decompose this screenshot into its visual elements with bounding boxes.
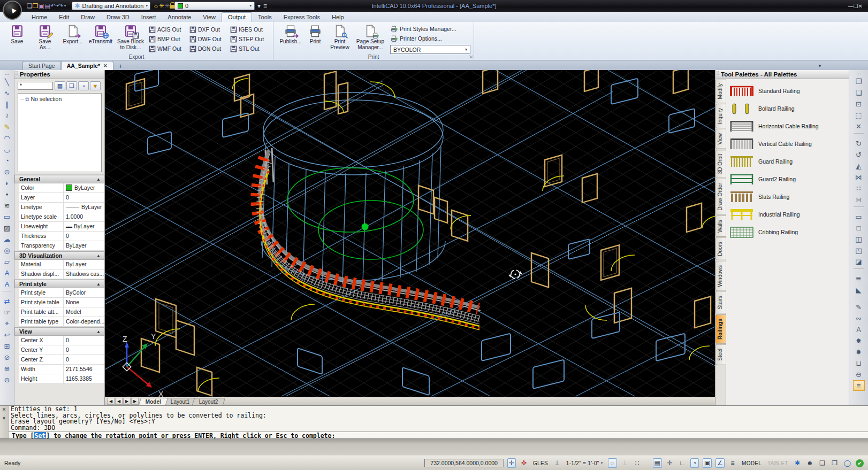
print-preview-button[interactable]: Print Preview <box>326 24 354 51</box>
status-ok-icon[interactable]: ✔ <box>856 459 864 467</box>
next-tab-icon[interactable]: ▶ <box>123 398 131 405</box>
palette-tab[interactable]: Steel <box>715 344 726 365</box>
union-icon[interactable]: ⊔ <box>853 358 865 368</box>
palette-tab[interactable]: Doors <box>715 237 726 260</box>
mtext-icon[interactable]: A <box>1 267 13 278</box>
filter-icon[interactable]: ▼ <box>90 81 101 90</box>
slice-icon[interactable]: ◪ <box>853 256 865 267</box>
ribbon-tab[interactable]: Express Tools <box>278 13 326 22</box>
annotation-scale-label[interactable]: 1-1/2" = 1'-0" <box>565 458 604 468</box>
section-header[interactable]: 3D Visualization▲ <box>14 251 104 260</box>
properties-panel-icon[interactable]: ≡ <box>853 380 865 391</box>
add-to-selection-icon[interactable]: ❏ <box>66 81 77 90</box>
tool-slats-railing[interactable]: Slats Railing <box>729 190 846 203</box>
undo-icon[interactable]: ↶ <box>50 2 58 10</box>
palette-tab[interactable]: Walls <box>715 215 726 237</box>
layer-dropdown[interactable]: 0 ▾ <box>174 2 255 10</box>
ortho-icon[interactable]: ∟ <box>678 458 687 468</box>
mirror-3d-icon[interactable]: ⋈ <box>853 172 865 182</box>
tab-overflow-icon[interactable]: ▼ <box>818 64 822 70</box>
palette-tab[interactable]: Stairs <box>715 291 726 314</box>
first-tab-icon[interactable]: ◀ <box>107 398 115 405</box>
properties-panel-header[interactable]: Properties <box>14 70 104 79</box>
edit-spline-icon[interactable]: ∾ <box>853 313 865 323</box>
ribbon-tab[interactable]: Help <box>326 13 350 22</box>
polar-tracking-icon[interactable]: ◔ <box>690 458 699 468</box>
helix-icon[interactable]: ≋ <box>1 200 13 211</box>
palette-tab[interactable]: Modify <box>715 79 726 103</box>
array-icon[interactable]: ∷ <box>853 183 865 194</box>
command-history[interactable]: Entities in set: 1 Select lines, arcs, c… <box>9 406 868 432</box>
edit-polyline-icon[interactable]: ✎ <box>853 302 865 312</box>
snap-point-icon[interactable]: ✜ <box>520 458 528 468</box>
ucs-icon[interactable]: ⊥ <box>553 458 561 468</box>
palette-tab[interactable]: Inquiry <box>715 104 726 128</box>
arc-3point-icon[interactable]: ◡ <box>1 144 13 155</box>
save-as-file-icon[interactable]: ▤ <box>44 2 50 10</box>
ribbon-tab[interactable]: Insert <box>135 13 162 22</box>
separator[interactable] <box>2 291 12 294</box>
layout-tab[interactable]: Layout2 <box>192 398 225 405</box>
section-header[interactable]: View▲ <box>14 327 104 336</box>
spline-icon[interactable]: ≀ <box>1 110 13 121</box>
polyline-icon[interactable]: ∿ <box>1 88 13 98</box>
tool-cribbing-railing[interactable]: Cribbing Railing <box>729 226 846 238</box>
export-button[interactable]: Export... <box>59 24 87 45</box>
drawing-viewport[interactable]: Z Y X ◀ ◀ ▶ ▶ Model <box>105 70 715 405</box>
export-format-button[interactable]: DGN Out <box>189 44 228 53</box>
lightbulb-icon[interactable]: ☼ <box>153 2 159 10</box>
brightness-icon[interactable]: ✳ <box>159 2 164 10</box>
grid-icon[interactable]: ▦ <box>653 458 662 468</box>
cascade-windows-icon[interactable]: ❐ <box>831 458 839 468</box>
tab-start-page[interactable]: Start Page <box>22 61 61 70</box>
regen-icon[interactable]: ⇄ <box>1 296 13 306</box>
tool-industrial-railing[interactable]: Industrial Railing <box>729 208 846 221</box>
explode-attributes-icon[interactable]: ✹ <box>853 346 865 357</box>
zoom-dynamic-icon[interactable]: ⊘ <box>1 352 13 363</box>
restore-icon[interactable]: ❐ <box>854 3 858 9</box>
save-block-to-disk-button[interactable]: Save Block to Disk... <box>115 24 147 51</box>
select-window-icon[interactable]: ⬚ <box>853 110 865 120</box>
copy-nested-icon[interactable]: ❏ <box>853 87 865 98</box>
export-format-button[interactable]: WMF Out <box>149 44 187 53</box>
coordinates-display[interactable]: 732.0000,564.0000,0.0000 <box>424 459 504 467</box>
graphics-device-label[interactable]: GLES <box>532 458 549 468</box>
tool-horizontal-cable-railing[interactable]: Horizontal Cable Railing <box>729 120 846 133</box>
zoom-window-icon[interactable]: ⊞ <box>1 341 13 351</box>
zoom-realtime-icon[interactable]: ⌖ <box>1 318 13 329</box>
etransmit-button[interactable]: eTransmit <box>87 24 115 45</box>
freeze-icon[interactable]: ✳ <box>164 2 170 10</box>
point-icon[interactable]: ▪ <box>1 189 13 199</box>
command-window[interactable]: ✕ ▾ Entities in set: 1 Select lines, arc… <box>0 405 868 438</box>
expand-history-icon[interactable]: ▾ <box>3 415 5 421</box>
tool-guard2-railing[interactable]: Guard2 Railing <box>729 173 846 186</box>
export-format-button[interactable]: ACIS Out <box>149 25 187 34</box>
ribbon-options-icon[interactable]: ≡ <box>263 2 267 10</box>
ribbon-tab[interactable]: Tools <box>252 13 278 22</box>
sketch-icon[interactable]: ✎ <box>1 121 13 132</box>
new-tab-button[interactable]: + <box>117 63 125 70</box>
close-icon[interactable]: ✕ <box>858 3 863 9</box>
ribbon-tab[interactable]: Edit <box>53 13 75 22</box>
palette-tab[interactable]: View <box>715 129 726 149</box>
monitor-icon[interactable]: ❏ <box>818 458 827 468</box>
palette-tab[interactable]: Windows <box>715 261 726 291</box>
open-file-icon[interactable]: ❒ <box>33 2 39 10</box>
print-styles-manager-button[interactable]: Print Styles Manager... <box>390 25 470 33</box>
annotation-visibility-icon[interactable]: ☼ <box>608 458 617 468</box>
select-history-icon[interactable]: ◔ <box>78 81 89 90</box>
separator[interactable] <box>854 297 864 300</box>
region-icon[interactable]: ▱ <box>1 256 13 267</box>
erase-icon[interactable]: ✕ <box>853 121 865 132</box>
zoom-previous-icon[interactable]: ↩ <box>1 329 13 340</box>
palette-tab[interactable]: Draw Order <box>715 179 726 215</box>
dialog-launcher-icon[interactable]: ⇲ <box>469 55 473 59</box>
model-space-label[interactable]: MODEL <box>741 458 763 468</box>
page-setup-manager-button[interactable]: Page Setup Manager... <box>354 24 387 51</box>
circle-icon[interactable]: ◔ <box>1 155 13 166</box>
measure-icon[interactable]: ≣ <box>853 273 865 284</box>
subtract-icon[interactable]: ⊖ <box>853 369 865 380</box>
app-logo[interactable]: ▲ <box>3 1 22 20</box>
solid-box-icon[interactable]: ◳ <box>853 245 865 256</box>
mirror-icon[interactable]: ◭ <box>853 160 865 171</box>
